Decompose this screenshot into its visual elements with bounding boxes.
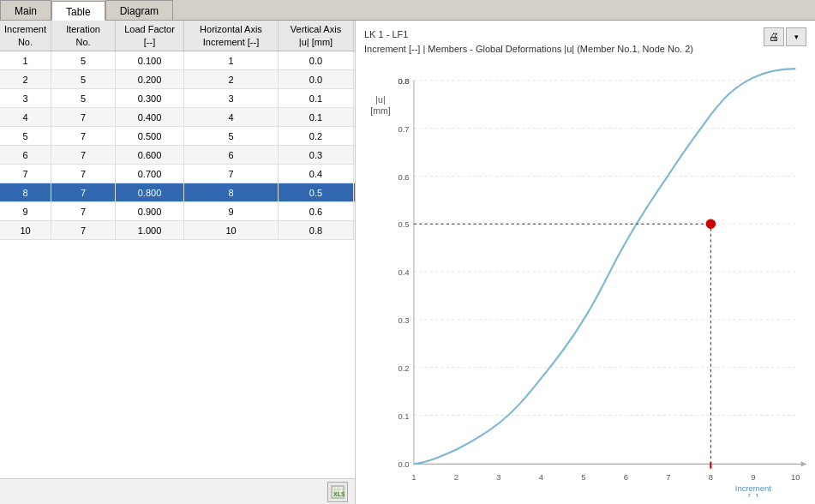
table-cell: 0.1 <box>279 89 354 107</box>
svg-text:0.3: 0.3 <box>398 315 409 325</box>
table-cell: 5 <box>51 70 116 88</box>
table-cell: 0.5 <box>279 183 354 201</box>
svg-text:9: 9 <box>751 472 755 482</box>
tab-main[interactable]: Main <box>0 0 51 20</box>
table-cell: 0.600 <box>116 146 184 164</box>
table-cell: 0.300 <box>116 89 184 107</box>
table-cell: 6 <box>0 146 51 164</box>
table-row[interactable]: 870.80080.5 <box>0 183 355 202</box>
table-cell: 9 <box>0 202 51 220</box>
top-tabs-bar: Main Table Diagram <box>0 0 815 21</box>
chart-title: LK 1 - LF1 Increment [--] | Members - Gl… <box>364 27 693 56</box>
table-cell: 0.800 <box>116 183 184 201</box>
table-header: IncrementNo. IterationNo. Load Factor[--… <box>0 21 355 51</box>
chart-title-line1: LK 1 - LF1 <box>364 27 693 42</box>
table-cell: 1 <box>184 51 279 69</box>
table-cell: 0.1 <box>279 108 354 126</box>
table-cell: 9 <box>184 202 279 220</box>
col-header-vaxis: Vertical Axis|u| [mm] <box>279 21 354 51</box>
svg-text:6: 6 <box>624 472 628 482</box>
svg-text:5: 5 <box>581 472 585 482</box>
svg-text:0.7: 0.7 <box>398 124 409 134</box>
table-row[interactable]: 150.10010.0 <box>0 51 355 70</box>
table-cell: 7 <box>51 127 116 145</box>
svg-text:Increment: Increment <box>735 483 771 493</box>
chart-area: |u| [mm] 0.8 0.7 <box>364 61 806 497</box>
table-cell: 7 <box>51 146 116 164</box>
svg-text:3: 3 <box>496 472 500 482</box>
table-cell: 4 <box>184 108 279 126</box>
table-cell: 7 <box>51 221 116 239</box>
table-cell: 0.0 <box>279 70 354 88</box>
svg-text:1: 1 <box>411 472 416 482</box>
export-button[interactable]: XLS <box>327 482 348 502</box>
right-panel: LK 1 - LF1 Increment [--] | Members - Gl… <box>356 21 815 504</box>
table-row[interactable]: 670.60060.3 <box>0 146 355 165</box>
table-cell: 0.200 <box>116 70 184 88</box>
table-row[interactable]: 250.20020.0 <box>0 70 355 89</box>
table-cell: 0.0 <box>279 51 354 69</box>
table-cell: 10 <box>0 221 51 239</box>
table-row[interactable]: 470.40040.1 <box>0 108 355 127</box>
table-cell: 2 <box>0 70 51 88</box>
svg-text:10: 10 <box>791 472 800 482</box>
table-body: 150.10010.0250.20020.0350.30030.1470.400… <box>0 51 355 478</box>
tab-table[interactable]: Table <box>51 1 105 21</box>
svg-text:2: 2 <box>454 472 458 482</box>
table-row[interactable]: 770.70070.4 <box>0 165 355 183</box>
table-cell: 1 <box>0 51 51 69</box>
svg-text:[--]: [--] <box>748 493 758 498</box>
svg-text:0.0: 0.0 <box>398 459 409 469</box>
table-row[interactable]: 570.50050.2 <box>0 127 355 146</box>
table-cell: 0.8 <box>279 221 354 239</box>
svg-text:0.8: 0.8 <box>398 76 409 86</box>
chart-header: LK 1 - LF1 Increment [--] | Members - Gl… <box>364 27 806 56</box>
table-cell: 3 <box>184 89 279 107</box>
table-cell: 7 <box>0 165 51 183</box>
svg-text:0.2: 0.2 <box>398 363 409 373</box>
table-cell: 0.900 <box>116 202 184 220</box>
table-cell: 2 <box>184 70 279 88</box>
svg-text:|u|: |u| <box>375 94 385 105</box>
dropdown-button[interactable]: ▾ <box>786 27 806 46</box>
svg-text:[mm]: [mm] <box>370 105 390 116</box>
table-cell: 10 <box>184 221 279 239</box>
table-cell: 0.700 <box>116 165 184 183</box>
svg-text:0.6: 0.6 <box>398 172 409 182</box>
svg-text:XLS: XLS <box>333 491 345 497</box>
table-cell: 0.500 <box>116 127 184 145</box>
col-header-haxis: Horizontal AxisIncrement [--] <box>184 21 279 51</box>
table-cell: 7 <box>51 108 116 126</box>
table-cell: 7 <box>184 165 279 183</box>
svg-text:0.5: 0.5 <box>398 219 409 229</box>
table-cell: 1.000 <box>116 221 184 239</box>
table-cell: 6 <box>184 146 279 164</box>
table-cell: 0.400 <box>116 108 184 126</box>
table-row[interactable]: 1071.000100.8 <box>0 221 355 240</box>
table-row[interactable]: 970.90090.6 <box>0 202 355 221</box>
table-row[interactable]: 350.30030.1 <box>0 89 355 108</box>
chart-controls: 🖨 ▾ <box>764 27 806 46</box>
table-cell: 5 <box>184 127 279 145</box>
tab-diagram[interactable]: Diagram <box>105 0 173 20</box>
table-cell: 8 <box>0 183 51 201</box>
col-header-iteration: IterationNo. <box>51 21 116 51</box>
chart-svg: |u| [mm] 0.8 0.7 <box>364 61 806 497</box>
table-cell: 7 <box>51 202 116 220</box>
svg-marker-41 <box>801 461 806 466</box>
table-cell: 0.100 <box>116 51 184 69</box>
svg-text:4: 4 <box>539 472 543 482</box>
chart-title-line2: Increment [--] | Members - Global Deform… <box>364 42 693 57</box>
print-button[interactable]: 🖨 <box>764 27 784 46</box>
bottom-bar: XLS <box>0 478 355 504</box>
left-panel: IncrementNo. IterationNo. Load Factor[--… <box>0 21 356 504</box>
table-cell: 8 <box>184 183 279 201</box>
table-cell: 0.3 <box>279 146 354 164</box>
table-cell: 7 <box>51 183 116 201</box>
col-header-increment: IncrementNo. <box>0 21 51 51</box>
svg-text:8: 8 <box>709 472 713 482</box>
table-cell: 4 <box>0 108 51 126</box>
table-cell: 0.6 <box>279 202 354 220</box>
table-cell: 5 <box>0 127 51 145</box>
table-cell: 0.4 <box>279 165 354 183</box>
